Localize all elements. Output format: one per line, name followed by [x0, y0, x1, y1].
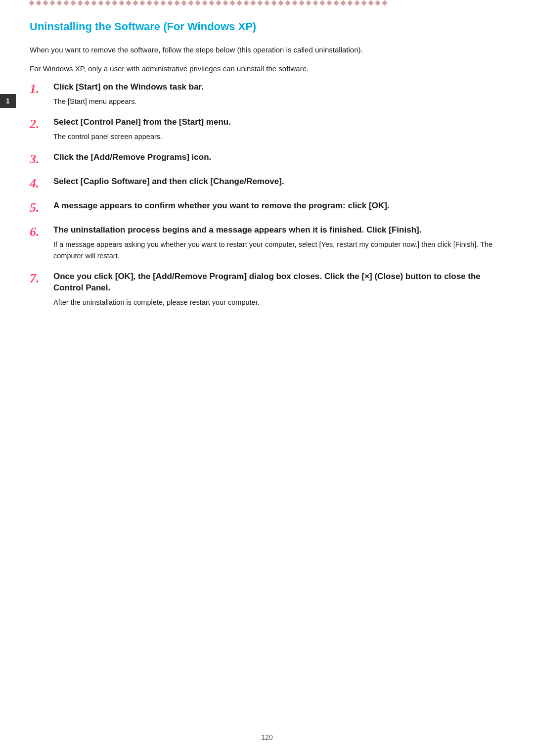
- decorative-diamond: [306, 0, 311, 5]
- decorative-diamond: [174, 0, 179, 5]
- decorative-diamond: [333, 0, 339, 5]
- decorative-diamond: [160, 0, 166, 5]
- step-desc-6: If a message appears asking you whether …: [53, 239, 504, 261]
- decorative-diamond: [278, 0, 283, 5]
- decorative-diamond: [119, 0, 124, 5]
- decorative-diamond: [98, 0, 103, 5]
- decorative-diamond: [292, 0, 297, 5]
- decorative-diamond: [77, 0, 83, 5]
- step-desc-7: After the uninstallation is complete, pl…: [53, 297, 504, 308]
- decorative-diamond: [209, 0, 214, 5]
- step-title-4: Select [Caplio Software] and then click …: [53, 176, 504, 188]
- step-number-7: 7.: [30, 271, 53, 285]
- decorative-diamond: [326, 0, 332, 5]
- decorative-diamond: [195, 0, 200, 5]
- step-title-1: Click [Start] on the Windows task bar.: [53, 82, 504, 93]
- decorative-diamond: [368, 0, 373, 5]
- decorative-diamond: [29, 0, 34, 5]
- step-title-7: Once you click [OK], the [Add/Remove Pro…: [53, 271, 504, 294]
- decorative-diamond: [146, 0, 152, 5]
- step-content-4: Select [Caplio Software] and then click …: [53, 176, 504, 190]
- step-content-7: Once you click [OK], the [Add/Remove Pro…: [53, 271, 504, 308]
- decorative-diamond: [139, 0, 145, 5]
- decorative-diamond: [153, 0, 159, 5]
- decorative-diamond: [375, 0, 380, 5]
- step-content-6: The uninstallation process begins and a …: [53, 225, 504, 261]
- step-item: 4.Select [Caplio Software] and then clic…: [30, 176, 504, 190]
- step-item: 3.Click the [Add/Remove Programs] icon.: [30, 152, 504, 166]
- step-title-2: Select [Control Panel] from the [Start] …: [53, 117, 504, 128]
- decorative-diamond: [181, 0, 186, 5]
- decorative-diamond: [257, 0, 263, 5]
- decorative-diamond: [319, 0, 325, 5]
- step-item: 7.Once you click [OK], the [Add/Remove P…: [30, 271, 504, 308]
- step-desc-1: The [Start] menu appears.: [53, 96, 504, 107]
- intro-paragraph-1: When you want to remove the software, fo…: [30, 44, 504, 56]
- decorative-diamond: [243, 0, 249, 5]
- page-footer: 120: [0, 733, 534, 741]
- step-number-6: 6.: [30, 225, 53, 238]
- step-content-2: Select [Control Panel] from the [Start] …: [53, 117, 504, 142]
- step-item: 2.Select [Control Panel] from the [Start…: [30, 117, 504, 142]
- step-desc-2: The control panel screen appears.: [53, 131, 504, 142]
- page-number-tab: 1: [0, 94, 16, 108]
- step-number-3: 3.: [30, 152, 53, 166]
- decorative-diamond: [84, 0, 89, 5]
- step-item: 5.A message appears to confirm whether y…: [30, 200, 504, 215]
- decorative-diamond: [188, 0, 193, 5]
- step-number-5: 5.: [30, 200, 53, 214]
- decorative-diamond: [133, 0, 138, 5]
- page-number: 120: [261, 733, 272, 741]
- steps-list: 1.Click [Start] on the Windows task bar.…: [30, 82, 504, 308]
- decorative-diamond: [299, 0, 304, 5]
- decorative-diamond: [105, 0, 110, 5]
- decorative-diamond: [126, 0, 131, 5]
- decorative-border: [0, 0, 534, 6]
- step-item: 6.The uninstallation process begins and …: [30, 225, 504, 261]
- step-title-5: A message appears to confirm whether you…: [53, 200, 504, 212]
- decorative-diamond: [202, 0, 207, 5]
- decorative-diamond: [216, 0, 221, 5]
- step-number-1: 1.: [30, 82, 53, 95]
- section-title: Uninstalling the Software (For Windows X…: [30, 20, 504, 34]
- step-content-3: Click the [Add/Remove Programs] icon.: [53, 152, 504, 166]
- step-content-1: Click [Start] on the Windows task bar.Th…: [53, 82, 504, 107]
- decorative-diamond: [264, 0, 269, 5]
- decorative-diamond: [63, 0, 69, 5]
- decorative-diamond: [347, 0, 353, 5]
- decorative-diamond: [70, 0, 76, 5]
- page-container: 1 Uninstalling the Software (For Windows…: [0, 0, 534, 756]
- decorative-diamond: [49, 0, 55, 5]
- decorative-diamond: [250, 0, 256, 5]
- step-content-5: A message appears to confirm whether you…: [53, 200, 504, 215]
- decorative-diamond: [91, 0, 96, 5]
- decorative-diamond: [43, 0, 48, 5]
- step-item: 1.Click [Start] on the Windows task bar.…: [30, 82, 504, 107]
- step-number-2: 2.: [30, 117, 53, 131]
- decorative-diamond: [36, 0, 41, 5]
- decorative-diamond: [229, 0, 235, 5]
- decorative-diamond: [271, 0, 276, 5]
- step-number-4: 4.: [30, 176, 53, 190]
- decorative-diamond: [236, 0, 242, 5]
- step-title-6: The uninstallation process begins and a …: [53, 225, 504, 236]
- decorative-diamond: [340, 0, 346, 5]
- decorative-diamond: [112, 0, 117, 5]
- decorative-diamond: [222, 0, 228, 5]
- decorative-diamond: [312, 0, 318, 5]
- decorative-diamond: [382, 0, 387, 5]
- decorative-diamond: [361, 0, 366, 5]
- decorative-diamond: [285, 0, 290, 5]
- step-title-3: Click the [Add/Remove Programs] icon.: [53, 152, 504, 163]
- decorative-diamond: [354, 0, 359, 5]
- decorative-diamond: [56, 0, 62, 5]
- decorative-diamond: [167, 0, 173, 5]
- content-area: Uninstalling the Software (For Windows X…: [0, 20, 534, 347]
- intro-paragraph-2: For Windows XP, only a user with adminis…: [30, 63, 504, 75]
